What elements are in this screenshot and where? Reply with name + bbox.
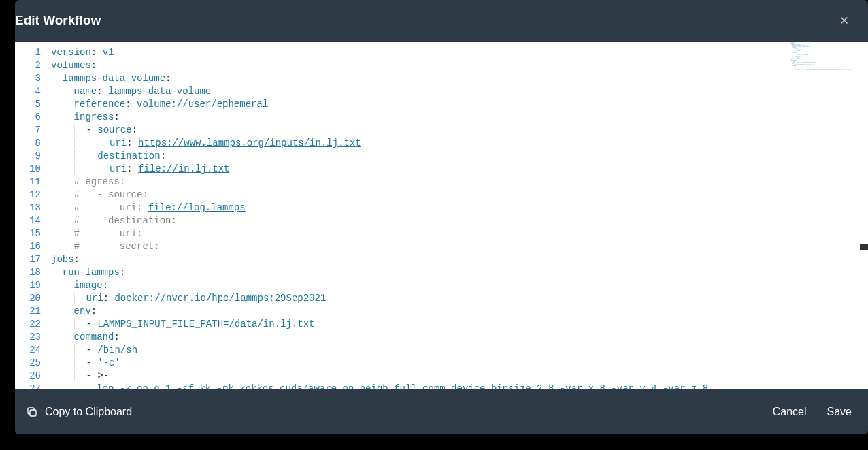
code-line[interactable]: - source:: [51, 124, 790, 137]
code-line[interactable]: - >-: [51, 370, 790, 383]
code-line[interactable]: # destination:: [51, 214, 790, 227]
line-number: 6: [15, 111, 41, 124]
code-line[interactable]: destination:: [51, 150, 790, 163]
line-number: 8: [15, 137, 41, 150]
copy-label: Copy to Clipboard: [45, 406, 132, 418]
line-number: 20: [15, 292, 41, 305]
code-line[interactable]: name: lammps-data-volume: [51, 85, 790, 98]
minimap-slider[interactable]: [860, 244, 868, 250]
code-line[interactable]: image:: [51, 279, 790, 292]
code-line[interactable]: lammps-data-volume:: [51, 72, 790, 85]
minimap[interactable]: version: v1 volumes: lammps-data-volume:…: [790, 42, 868, 389]
line-number: 18: [15, 266, 41, 279]
code-line[interactable]: - /bin/sh: [51, 344, 790, 357]
code-line[interactable]: reference: volume://user/ephemeral: [51, 98, 790, 111]
line-number: 12: [15, 189, 41, 202]
line-number: 26: [15, 370, 41, 383]
code-area[interactable]: version: v1volumes: lammps-data-volume: …: [49, 42, 790, 389]
line-number: 11: [15, 176, 41, 189]
code-line[interactable]: - '-c': [51, 357, 790, 370]
line-number: 4: [15, 85, 41, 98]
line-number: 22: [15, 318, 41, 331]
copy-to-clipboard-button[interactable]: Copy to Clipboard: [26, 406, 132, 418]
code-line[interactable]: volumes:: [51, 59, 790, 72]
code-line[interactable]: uri: docker://nvcr.io/hpc/lammps:29Sep20…: [51, 292, 790, 305]
line-number: 27: [15, 383, 41, 389]
svg-rect-0: [30, 410, 36, 416]
dialog-header: Edit Workflow: [15, 0, 868, 42]
line-number: 25: [15, 357, 41, 370]
copy-icon: [26, 406, 38, 418]
close-button[interactable]: [835, 12, 853, 29]
line-number: 16: [15, 240, 41, 253]
code-line[interactable]: uri: https://www.lammps.org/inputs/in.lj…: [51, 137, 790, 150]
line-number: 3: [15, 72, 41, 85]
code-line[interactable]: uri: file://in.lj.txt: [51, 163, 790, 176]
code-line[interactable]: env:: [51, 305, 790, 318]
line-number: 7: [15, 124, 41, 137]
line-number: 14: [15, 214, 41, 227]
line-number: 13: [15, 202, 41, 214]
line-number: 17: [15, 253, 41, 266]
line-number: 15: [15, 227, 41, 240]
code-line[interactable]: # secret:: [51, 240, 790, 253]
line-number: 9: [15, 150, 41, 163]
code-line[interactable]: run-lammps:: [51, 266, 790, 279]
save-button[interactable]: Save: [826, 402, 853, 422]
code-line[interactable]: - LAMMPS_INPUT_FILE_PATH=/data/in.lj.txt: [51, 318, 790, 331]
code-line[interactable]: # egress:: [51, 176, 790, 189]
line-number: 23: [15, 331, 41, 344]
line-number-gutter: 1234567891011121314151617181920212223242…: [15, 42, 49, 389]
dialog-title: Edit Workflow: [15, 13, 101, 28]
line-number: 5: [15, 98, 41, 111]
code-line[interactable]: lmp -k on g 1 -sf kk -pk kokkos cuda/awa…: [51, 383, 790, 389]
close-icon: [838, 14, 850, 27]
line-number: 24: [15, 344, 41, 357]
code-line[interactable]: # - source:: [51, 189, 790, 202]
line-number: 10: [15, 163, 41, 176]
code-line[interactable]: # uri: file://log.lammps: [51, 202, 790, 214]
code-line[interactable]: version: v1: [51, 46, 790, 59]
line-number: 19: [15, 279, 41, 292]
line-number: 21: [15, 305, 41, 318]
code-line[interactable]: # uri:: [51, 227, 790, 240]
code-line[interactable]: ingress:: [51, 111, 790, 124]
line-number: 2: [15, 59, 41, 72]
line-number: 1: [15, 46, 41, 59]
code-editor[interactable]: 1234567891011121314151617181920212223242…: [15, 42, 868, 389]
code-line[interactable]: jobs:: [51, 253, 790, 266]
cancel-button[interactable]: Cancel: [771, 402, 808, 422]
edit-workflow-dialog: Edit Workflow 12345678910111213141516171…: [15, 0, 868, 434]
code-line[interactable]: command:: [51, 331, 790, 344]
minimap-preview: version: v1 volumes: lammps-data-volume:…: [790, 42, 867, 71]
dialog-footer: Copy to Clipboard Cancel Save: [15, 389, 868, 434]
